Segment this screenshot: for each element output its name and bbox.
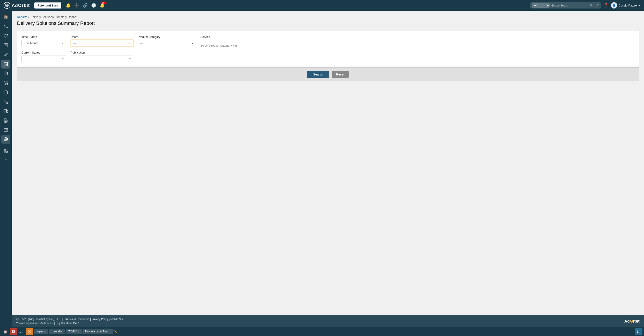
service-placeholder: Select Product Category First	[200, 42, 245, 47]
taskbar-livechat-button[interactable]	[635, 328, 642, 335]
log-all-out-link[interactable]: Log All Others Out?	[56, 322, 79, 325]
product-category-select[interactable]: —	[138, 40, 196, 46]
sidebar-item-mail[interactable]	[1, 125, 10, 134]
search-scope-select[interactable]: All Accounts Orders	[532, 3, 550, 8]
taskbar-tab-calendar[interactable]: calendar	[49, 329, 65, 334]
taskbar-tab-agenda[interactable]: agenda	[34, 329, 48, 334]
sidebar: 🏠	[0, 11, 12, 327]
service-group: Service Select Product Category First	[200, 35, 245, 47]
global-search-container: All Accounts Orders 🔍 🎤	[530, 2, 600, 9]
microphone-icon[interactable]: 🎤	[595, 4, 599, 7]
sidebar-item-contacts[interactable]	[1, 41, 10, 50]
svg-point-29	[29, 331, 30, 332]
link-icon: 🔗	[83, 3, 88, 8]
footer-signed-in: You are signed into 25 devices. | Log Al…	[16, 322, 124, 325]
sidebar-item-globe[interactable]	[1, 135, 10, 144]
svg-point-27	[5, 151, 6, 152]
filter-panel: Time Frame This Month Last Month This Qu…	[17, 31, 639, 67]
publication-group: Publication —	[71, 51, 133, 62]
breadcrumb-current: Delivery Solutions Summary Report	[30, 15, 76, 19]
user-menu[interactable]: 👤 Cassie Pataro ▼	[611, 2, 640, 9]
terms-conditions-link[interactable]: Terms and Conditions	[63, 318, 89, 321]
svg-rect-19	[4, 109, 6, 112]
page-title: Delivery Solutions Summary Report	[17, 20, 639, 26]
users-select-wrapper: —	[71, 40, 133, 46]
users-group: Users —	[71, 35, 133, 46]
sidebar-item-users[interactable]	[1, 22, 10, 31]
users-label: Users	[71, 35, 133, 39]
sidebar-item-delivery[interactable]	[1, 107, 10, 116]
filter-row-1: Time Frame This Month Last Month This Qu…	[22, 35, 634, 47]
taskbar-target-icon[interactable]	[26, 328, 33, 335]
help-button[interactable]: ❓	[602, 2, 609, 9]
footer-copyright: qa 67720 [1dd] | © 2023 Aysling, LLC. | …	[16, 318, 124, 321]
footer: qa 67720 [1dd] | © 2023 Aysling, LLC. | …	[12, 315, 644, 327]
app-logo[interactable]: AdOrbit	[4, 2, 30, 9]
svg-point-3	[4, 25, 6, 27]
users-select[interactable]: —	[71, 40, 133, 46]
history-button[interactable]: 🕐	[90, 2, 97, 9]
refer-earn-button[interactable]: Refer and Earn	[34, 3, 61, 9]
avatar: 👤	[611, 2, 617, 9]
search-icon: 🔍	[590, 4, 594, 7]
app-name: AdOrbit	[12, 3, 30, 8]
timeframe-label: Time Frame	[22, 35, 66, 39]
current-status-select[interactable]: —	[22, 56, 66, 62]
top-navigation: AdOrbit Refer and Earn 🔔 ➕ 🔗 🕐 🔔 99+ All…	[0, 0, 644, 11]
filter-row-2: Current Status — Publication —	[22, 51, 634, 62]
timeframe-select-wrapper: This Month Last Month This Quarter Last …	[22, 40, 66, 46]
sidebar-item-calendar[interactable]	[1, 88, 10, 97]
sidebar-item-partners[interactable]	[1, 31, 10, 40]
sidebar-item-settings[interactable]	[1, 147, 10, 156]
notification-count: 99+	[101, 2, 106, 4]
sidebar-item-reports[interactable]	[1, 60, 10, 69]
sidebar-item-documents[interactable]	[1, 116, 10, 125]
search-button[interactable]: Search	[307, 71, 330, 78]
taskbar-clock-icon[interactable]: ⏰	[2, 328, 9, 335]
taskbar-tab-new-accounts[interactable]: New Accounts Per ...	[82, 329, 113, 334]
taskbar-alert-icon[interactable]	[10, 328, 17, 335]
reset-button[interactable]: Reset	[332, 71, 349, 78]
current-status-select-wrapper: —	[22, 56, 66, 62]
svg-marker-20	[6, 110, 8, 112]
sidebar-item-cart[interactable]	[1, 78, 10, 87]
svg-point-22	[6, 112, 8, 113]
add-button[interactable]: ➕	[73, 2, 80, 9]
taskbar-edit-button[interactable]: ✏️	[114, 330, 118, 333]
sidebar-expand-button[interactable]: »	[3, 156, 8, 163]
sidebar-item-notifications-alerts[interactable]	[1, 97, 10, 106]
breadcrumb-separator: »	[28, 15, 30, 19]
link-button[interactable]: 🔗	[82, 2, 88, 9]
svg-point-30	[29, 331, 30, 332]
plus-icon: ➕	[74, 3, 79, 8]
sidebar-item-home[interactable]: 🏠	[1, 13, 10, 22]
product-category-label: Product Category	[138, 35, 196, 39]
current-status-label: Current Status	[22, 51, 66, 54]
notifications-icon-button[interactable]: 🔔	[65, 2, 72, 9]
publication-select[interactable]: —	[71, 56, 133, 62]
taskbar-tab-todos[interactable]: TO-DO's	[66, 329, 82, 334]
clock-icon: 🕐	[91, 3, 96, 8]
global-search-input[interactable]	[551, 4, 588, 7]
timeframe-group: Time Frame This Month Last Month This Qu…	[22, 35, 66, 46]
svg-point-13	[5, 84, 6, 85]
chevron-down-icon: ▼	[638, 4, 640, 7]
sidebar-item-orders[interactable]	[1, 69, 10, 78]
sidebar-item-campaigns[interactable]	[1, 50, 10, 59]
footer-info: qa 67720 [1dd] | © 2023 Aysling, LLC. | …	[16, 318, 124, 325]
question-icon: ❓	[603, 3, 608, 8]
taskbar: ⏰ agenda calendar TO-DO's New Accounts P…	[0, 327, 644, 336]
product-category-select-wrapper: —	[138, 40, 196, 46]
notification-badge-button[interactable]: 🔔 99+	[99, 2, 106, 9]
bell-icon: 🔔	[66, 3, 71, 8]
mobile-site-link[interactable]: Mobile Site	[110, 318, 124, 321]
taskbar-chat-icon[interactable]	[18, 328, 25, 335]
svg-point-14	[7, 84, 8, 85]
timeframe-select[interactable]: This Month Last Month This Quarter Last …	[22, 40, 66, 46]
logo-icon	[4, 2, 10, 9]
publication-label: Publication	[71, 51, 133, 54]
breadcrumb-reports-link[interactable]: Reports	[17, 15, 27, 19]
svg-rect-15	[4, 91, 8, 94]
service-label: Service	[200, 35, 245, 39]
privacy-policy-link[interactable]: Privacy Policy	[92, 318, 108, 321]
